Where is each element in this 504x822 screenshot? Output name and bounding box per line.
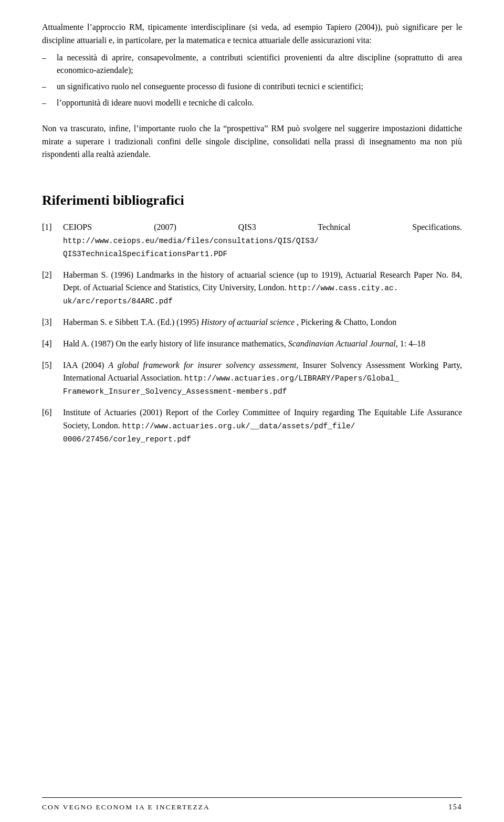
ref-4-text-before: Hald A. (1987) On the early history of l… bbox=[63, 339, 288, 348]
ref-4-text-after: , 1: 4–18 bbox=[396, 339, 425, 348]
ref-item-5: [5] IAA (2004) A global framework for in… bbox=[42, 359, 462, 398]
ref-3-text-after: , Pickering & Chatto, London bbox=[297, 318, 396, 326]
bullet-list: – la necessità di aprire, consapevolment… bbox=[42, 51, 462, 110]
ref-1-url: http://www.ceiops.eu/media/files/consult… bbox=[63, 237, 319, 258]
ref-num-6: [6] bbox=[42, 406, 63, 419]
bullet-item-2: – un significativo ruolo nel conseguente… bbox=[42, 80, 462, 93]
bullet-item-1: – la necessità di aprire, consapevolment… bbox=[42, 51, 462, 78]
ref-content-1: CEIOPS (2007) QIS3 Technical Specificati… bbox=[63, 221, 462, 260]
page-container: Attualmente l’approccio RM, tipicamente … bbox=[0, 0, 504, 822]
ref-item-3: [3] Haberman S. e Sibbett T.A. (Ed.) (19… bbox=[42, 316, 462, 329]
ref-5-text-before: IAA (2004) bbox=[63, 361, 108, 370]
ref-3-text-before: Haberman S. e Sibbett T.A. (Ed.) (1995) bbox=[63, 318, 199, 326]
ref-num-5: [5] bbox=[42, 359, 63, 372]
bullet-item-3: – l’opportunità di ideare nuovi modelli … bbox=[42, 97, 462, 110]
ref-item-1: [1] CEIOPS (2007) QIS3 Technical Specifi… bbox=[42, 221, 462, 260]
ref-item-6: [6] Institute of Actuaries (2001) Report… bbox=[42, 406, 462, 445]
references-title: Riferimenti bibliografici bbox=[42, 193, 462, 208]
ref-num-2: [2] bbox=[42, 269, 63, 282]
closing-paragraph: Non va trascurato, infine, l’importante … bbox=[42, 122, 462, 161]
ref-4-italic: Scandinavian Actuarial Journal bbox=[288, 339, 396, 348]
ref-content-4: Hald A. (1987) On the early history of l… bbox=[63, 338, 462, 351]
ref-5-italic: A global framework for insurer solvency … bbox=[108, 361, 296, 370]
ref-num-3: [3] bbox=[42, 316, 63, 329]
ref-item-2: [2] Haberman S. (1996) Landmarks in the … bbox=[42, 269, 462, 308]
ref-item-4: [4] Hald A. (1987) On the early history … bbox=[42, 338, 462, 351]
intro-paragraph: Attualmente l’approccio RM, tipicamente … bbox=[42, 21, 462, 47]
ref-num-1: [1] bbox=[42, 221, 63, 234]
references-list: [1] CEIOPS (2007) QIS3 Technical Specifi… bbox=[42, 221, 462, 445]
dash-icon-2: – bbox=[42, 80, 57, 93]
ref-num-4: [4] bbox=[42, 338, 63, 351]
bullet-text-3: l’opportunità di ideare nuovi modelli e … bbox=[57, 97, 254, 110]
ref-3-italic: History of actuarial science bbox=[201, 318, 295, 326]
ref-content-3: Haberman S. e Sibbett T.A. (Ed.) (1995) … bbox=[63, 316, 462, 329]
footer-page-number: 154 bbox=[448, 803, 462, 812]
footer-divider bbox=[42, 797, 462, 798]
dash-icon-3: – bbox=[42, 97, 57, 110]
bullet-text-1: la necessità di aprire, consapevolmente,… bbox=[57, 51, 462, 78]
ref-content-5: IAA (2004) A global framework for insure… bbox=[63, 359, 462, 398]
bullet-text-2: un significativo ruolo nel conseguente p… bbox=[57, 80, 363, 93]
footer: Con vegno Econom ia e Incertezza 154 bbox=[0, 803, 504, 812]
footer-left-text: Con vegno Econom ia e Incertezza bbox=[42, 803, 210, 812]
ref-content-6: Institute of Actuaries (2001) Report of … bbox=[63, 406, 462, 445]
dash-icon-1: – bbox=[42, 51, 57, 65]
ref-content-2: Haberman S. (1996) Landmarks in the hist… bbox=[63, 269, 462, 308]
ref-1-text: CEIOPS (2007) QIS3 Technical Specificati… bbox=[63, 223, 462, 231]
ref-2-text: Haberman S. (1996) Landmarks in the hist… bbox=[63, 270, 462, 292]
